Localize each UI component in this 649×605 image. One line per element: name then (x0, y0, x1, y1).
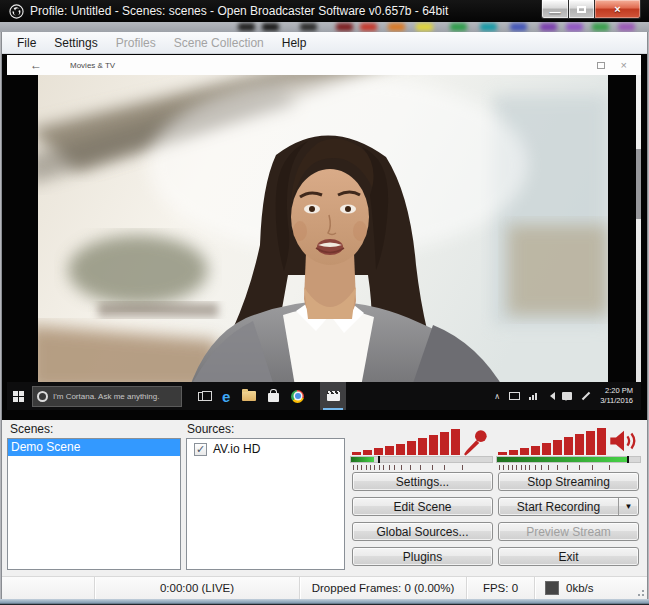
captured-appbar: ← Movies & TV × (7, 55, 641, 75)
settings-button[interactable]: Settings... (352, 472, 493, 491)
start-recording-button[interactable]: Start Recording ▼ (498, 497, 639, 516)
menu-file[interactable]: File (8, 32, 45, 54)
menu-settings[interactable]: Settings (45, 32, 106, 54)
start-button-icon (13, 391, 24, 402)
status-bar: 0:00:00 (LIVE) Dropped Frames: 0 (0.00%)… (2, 576, 647, 599)
captured-scrollbar (636, 75, 641, 392)
captured-app-title: Movies & TV (70, 61, 115, 70)
captured-close-icon: × (621, 59, 627, 71)
cortana-search-box: I'm Cortana. Ask me anything. (32, 386, 182, 407)
speaker-icon[interactable] (608, 427, 640, 455)
source-item-label: AV.io HD (213, 442, 260, 456)
sources-label: Sources: (187, 422, 234, 436)
movies-tv-taskbar-icon (320, 382, 346, 410)
captured-taskbar: I'm Cortana. Ask me anything. e ∧ 2:20 P… (7, 382, 641, 410)
congestion-indicator (545, 581, 559, 595)
minimize-button[interactable]: — (541, 0, 569, 19)
status-live-time: 0:00:00 (LIVE) (95, 577, 300, 599)
volume-icon (546, 392, 555, 400)
obs-logo-icon (9, 4, 24, 19)
edit-scene-button[interactable]: Edit Scene (352, 497, 493, 516)
scenes-label: Scenes: (10, 422, 53, 436)
menu-bar: File Settings Profiles Scene Collection … (2, 32, 647, 54)
maximize-button[interactable] (569, 0, 594, 19)
mic-level-ticks (350, 465, 493, 471)
start-recording-label: Start Recording (499, 500, 618, 514)
back-arrow-icon: ← (30, 58, 42, 72)
video-frame-woman (38, 75, 608, 392)
exit-button[interactable]: Exit (498, 547, 639, 566)
speaker-level-ticks (496, 465, 641, 471)
taskbar-clock: 2:20 PM 3/11/2016 (600, 386, 635, 406)
preview-stream-button: Preview Stream (498, 522, 639, 541)
taskbar-app-icons: e (198, 382, 346, 410)
menu-profiles: Profiles (107, 32, 165, 54)
status-dropped-frames: Dropped Frames: 0 (0.00%) (300, 577, 467, 599)
store-icon (268, 393, 279, 402)
close-button[interactable]: × (594, 0, 641, 19)
speaker-volume-bars (498, 428, 606, 455)
scenes-list[interactable]: Demo Scene (7, 438, 181, 570)
file-explorer-icon (242, 391, 256, 401)
window-title: Profile: Untitled - Scenes: scenes - Ope… (30, 4, 448, 18)
pen-icon (582, 392, 590, 400)
edge-icon: e (222, 389, 230, 404)
menu-help[interactable]: Help (273, 32, 316, 54)
task-view-icon (198, 392, 210, 401)
mic-level-track (350, 456, 493, 463)
chevron-down-icon: ▼ (625, 502, 633, 511)
scene-preview[interactable]: ← Movies & TV × (2, 54, 647, 420)
mic-volume-bars (352, 428, 460, 455)
status-fps: FPS: 0 (467, 577, 535, 599)
mic-level-fill (351, 457, 374, 462)
tray-chevron-icon: ∧ (494, 392, 500, 401)
speaker-level-track (496, 456, 641, 463)
obs-window: Profile: Untitled - Scenes: scenes - Ope… (0, 0, 649, 605)
source-checkbox[interactable]: ✓ (194, 443, 207, 456)
sources-list[interactable]: ✓ AV.io HD (186, 438, 345, 570)
display-icon (509, 392, 520, 400)
menu-scene-collection: Scene Collection (165, 32, 273, 54)
resize-grip[interactable] (634, 586, 644, 596)
plugins-button[interactable]: Plugins (352, 547, 493, 566)
scene-item-demo-scene[interactable]: Demo Scene (8, 439, 180, 456)
network-icon (529, 393, 537, 400)
notification-icon (562, 392, 572, 400)
captured-app-controls: × (597, 59, 641, 71)
cortana-icon (37, 391, 48, 402)
stop-streaming-button[interactable]: Stop Streaming (498, 472, 639, 491)
system-tray: ∧ 2:20 PM 3/11/2016 (494, 386, 641, 406)
window-controls: — × (541, 0, 641, 19)
recording-dropdown-button[interactable]: ▼ (618, 498, 638, 515)
cortana-placeholder: I'm Cortana. Ask me anything. (53, 392, 159, 401)
status-blank-section (2, 577, 95, 599)
window-frame-strip (0, 22, 649, 32)
chrome-icon (291, 390, 304, 403)
microphone-icon[interactable] (461, 428, 489, 456)
source-item-avio-hd[interactable]: ✓ AV.io HD (187, 439, 344, 456)
status-bitrate: 0kb/s (566, 582, 594, 594)
global-sources-button[interactable]: Global Sources... (352, 522, 493, 541)
status-bitrate-section: 0kb/s (535, 577, 647, 599)
captured-restore-icon (597, 62, 605, 69)
speaker-level-fill (497, 457, 627, 462)
speaker-level-marker[interactable] (627, 456, 629, 463)
captured-scrollbar-thumb (636, 149, 641, 219)
window-frame-bottom (0, 599, 649, 605)
restore-icon (577, 6, 586, 13)
mic-level-marker[interactable] (378, 456, 380, 463)
window-titlebar: Profile: Untitled - Scenes: scenes - Ope… (0, 0, 649, 22)
